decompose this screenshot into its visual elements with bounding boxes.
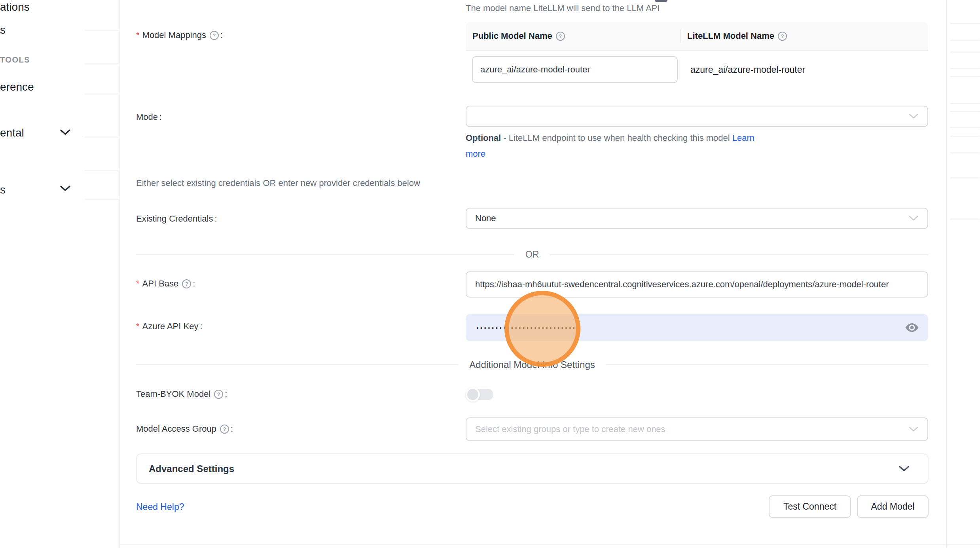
eye-icon[interactable] [904, 322, 919, 333]
sidebar-item[interactable]: erence [0, 81, 34, 93]
help-glyph: ? [781, 34, 784, 39]
team-byok-label: Team-BYOK Model ? : [136, 389, 227, 399]
help-glyph: ? [213, 33, 216, 38]
background-fragment [950, 68, 980, 69]
chevron-down-icon[interactable] [59, 184, 71, 192]
model-access-group-placeholder: Select existing groups or type to create… [466, 424, 665, 434]
model-name-helper-text: The model name LiteLLM will send to the … [466, 3, 660, 13]
help-glyph: ? [559, 34, 562, 39]
label-colon: : [193, 279, 195, 289]
public-model-name-input[interactable]: azure_ai/azure-model-router [472, 56, 678, 83]
help-glyph: ? [217, 392, 220, 397]
label-colon: : [220, 30, 223, 40]
background-fragment [950, 103, 980, 104]
existing-credentials-label: Existing Credentials : [136, 214, 217, 224]
background-fragment [950, 152, 980, 154]
model-mappings-label: * Model Mappings ? : [136, 30, 223, 40]
existing-credentials-label-text: Existing Credentials [136, 214, 213, 224]
sidebar-item[interactable]: ations [0, 1, 30, 13]
model-mappings-label-text: Model Mappings [142, 30, 206, 40]
divider-line [136, 254, 514, 255]
team-byok-label-text: Team-BYOK Model [136, 389, 210, 399]
table-header-separator [681, 29, 681, 43]
background-fragment [950, 111, 980, 112]
api-base-label: * API Base ? : [136, 279, 195, 289]
model-access-group-select[interactable]: Select existing groups or type to create… [466, 417, 928, 441]
optional-bold-text: Optional [466, 133, 501, 143]
help-icon[interactable]: ? [214, 390, 223, 399]
help-icon[interactable]: ? [556, 32, 565, 41]
help-icon[interactable]: ? [182, 279, 191, 288]
sidebar-item[interactable]: s [0, 24, 6, 36]
model-access-group-label: Model Access Group ? : [136, 424, 233, 434]
label-colon: : [225, 389, 227, 399]
divider-line [136, 364, 458, 365]
add-model-button[interactable]: Add Model [857, 495, 929, 518]
required-asterisk: * [136, 321, 140, 332]
table-header-row: Public Model Name ? LiteLLM Model Name ? [466, 22, 928, 51]
model-access-group-label-text: Model Access Group [136, 424, 216, 434]
model-mappings-table: Public Model Name ? LiteLLM Model Name ?… [466, 22, 928, 89]
background-fragment [950, 136, 980, 137]
required-asterisk: * [136, 279, 140, 289]
background-fragment [950, 177, 980, 178]
api-base-value: https://ishaa-mh6uutut-swedencentral.cog… [466, 279, 889, 290]
label-colon: : [200, 321, 202, 332]
test-connect-button[interactable]: Test Connect [769, 495, 851, 518]
background-fragment [950, 76, 980, 77]
existing-credentials-select[interactable]: None [466, 208, 928, 229]
mode-select[interactable] [466, 106, 928, 127]
chevron-down-icon[interactable] [59, 128, 71, 136]
learn-more-link[interactable]: Learn [732, 133, 754, 143]
public-model-name-header: Public Model Name [472, 31, 552, 41]
mode-helper-text: - LiteLLM endpoint to use when health ch… [501, 133, 732, 143]
click-highlight-circle [504, 291, 580, 367]
toggle-knob [466, 387, 480, 402]
mode-label: Mode : [136, 112, 162, 122]
clipped-element-fragment [655, 0, 667, 2]
table-header-public-model: Public Model Name ? [466, 31, 681, 41]
chevron-down-icon [908, 426, 919, 432]
litellm-model-name-value: azure_ai/azure-model-router [690, 51, 805, 89]
sidebar-item[interactable]: ental [0, 127, 24, 139]
chevron-down-icon [908, 215, 919, 222]
advanced-settings-panel[interactable]: Advanced Settings [136, 453, 929, 484]
sidebar-item[interactable]: s [0, 184, 6, 196]
team-byok-toggle[interactable] [466, 387, 494, 402]
divider-line [606, 364, 928, 365]
help-icon[interactable]: ? [220, 425, 229, 434]
background-fragment [85, 199, 119, 200]
label-colon: : [159, 112, 162, 122]
add-model-form-screen: ations s TOOLS erence ental s The model … [0, 0, 980, 548]
background-fragment [85, 63, 119, 64]
learn-more-link[interactable]: more [466, 149, 485, 159]
background-fragment [950, 218, 980, 220]
background-fragment [85, 137, 119, 138]
background-fragment [950, 23, 980, 24]
background-fragment [85, 93, 119, 95]
label-colon: : [231, 424, 233, 434]
need-help-link[interactable]: Need Help? [136, 502, 184, 512]
required-asterisk: * [136, 30, 140, 40]
background-fragment [85, 170, 119, 171]
help-icon[interactable]: ? [778, 32, 787, 41]
mode-label-text: Mode [136, 112, 158, 122]
sidebar-divider [119, 0, 120, 548]
azure-api-key-label: * Azure API Key : [136, 321, 203, 332]
background-fragment [950, 51, 980, 53]
litellm-model-name-header: LiteLLM Model Name [687, 31, 774, 41]
label-colon: : [214, 214, 217, 224]
mode-helper-line1: Optional - LiteLLM endpoint to use when … [466, 133, 754, 143]
chevron-down-icon [908, 113, 919, 119]
existing-credentials-value: None [466, 213, 496, 224]
azure-api-key-label-text: Azure API Key [142, 321, 199, 332]
help-glyph: ? [185, 281, 188, 286]
background-fragment [950, 127, 980, 128]
chevron-down-icon [898, 465, 910, 472]
table-body-row: azure_ai/azure-model-router azure_ai/azu… [466, 51, 928, 89]
api-base-label-text: API Base [142, 279, 179, 289]
or-divider: OR [136, 249, 928, 260]
content-right-border [946, 0, 947, 548]
advanced-settings-title: Advanced Settings [149, 463, 234, 474]
help-icon[interactable]: ? [210, 31, 219, 40]
